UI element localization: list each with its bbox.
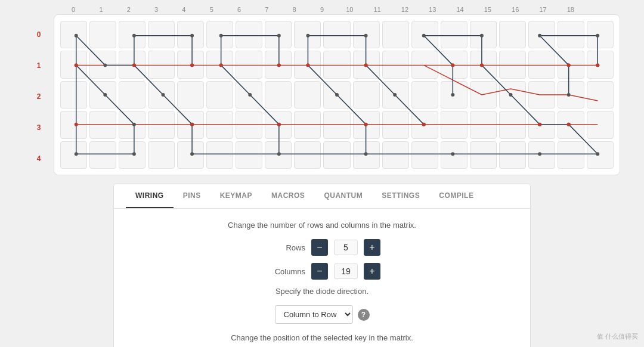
key-cell[interactable] xyxy=(177,21,204,48)
key-cell[interactable] xyxy=(148,21,175,48)
key-cell[interactable] xyxy=(528,81,555,109)
key-cell[interactable] xyxy=(206,81,233,109)
key-cell[interactable] xyxy=(382,51,409,78)
key-cell[interactable] xyxy=(528,21,555,48)
key-cell[interactable] xyxy=(148,141,175,169)
key-cell[interactable] xyxy=(265,141,292,169)
key-cell[interactable] xyxy=(382,111,409,138)
key-cell[interactable] xyxy=(558,141,584,169)
key-cell[interactable] xyxy=(470,111,497,138)
key-cell[interactable] xyxy=(411,51,438,78)
key-cell[interactable] xyxy=(470,21,497,48)
key-cell[interactable] xyxy=(499,81,526,109)
key-cell[interactable] xyxy=(587,111,614,138)
key-cell[interactable] xyxy=(411,111,438,138)
key-cell[interactable] xyxy=(411,141,438,169)
key-cell[interactable] xyxy=(323,141,350,169)
key-cell[interactable] xyxy=(89,111,116,138)
tab-settings[interactable]: SETTINGS xyxy=(372,184,429,208)
key-cell[interactable] xyxy=(206,141,233,169)
key-cell[interactable] xyxy=(119,21,145,48)
key-cell[interactable] xyxy=(499,21,526,48)
tab-wiring[interactable]: WIRING xyxy=(126,184,174,208)
key-cell[interactable] xyxy=(119,111,145,138)
key-cell[interactable] xyxy=(323,111,350,138)
key-cell[interactable] xyxy=(528,111,555,138)
key-cell[interactable] xyxy=(119,51,145,78)
key-cell[interactable] xyxy=(236,81,262,109)
key-cell[interactable] xyxy=(587,141,614,169)
key-cell[interactable] xyxy=(558,81,584,109)
help-icon[interactable]: ? xyxy=(358,309,370,321)
tab-keymap[interactable]: KEYMAP xyxy=(210,184,262,208)
key-cell[interactable] xyxy=(294,21,321,48)
key-cell[interactable] xyxy=(499,111,526,138)
key-cell[interactable] xyxy=(236,21,262,48)
key-cell[interactable] xyxy=(89,81,116,109)
tab-pins[interactable]: PINS xyxy=(174,184,210,208)
key-cell[interactable] xyxy=(528,141,555,169)
key-cell[interactable] xyxy=(587,81,614,109)
key-cell[interactable] xyxy=(499,141,526,169)
key-cell[interactable] xyxy=(353,51,380,78)
cols-decrement-button[interactable]: − xyxy=(311,263,328,280)
key-cell[interactable] xyxy=(558,21,584,48)
key-cell[interactable] xyxy=(441,81,467,109)
rows-value[interactable] xyxy=(334,240,358,255)
key-cell[interactable] xyxy=(60,21,87,48)
key-cell[interactable] xyxy=(470,51,497,78)
key-cell[interactable] xyxy=(265,111,292,138)
key-cell[interactable] xyxy=(177,81,204,109)
key-cell[interactable] xyxy=(177,111,204,138)
key-cell[interactable] xyxy=(294,51,321,78)
key-cell[interactable] xyxy=(148,111,175,138)
key-cell[interactable] xyxy=(177,51,204,78)
key-cell[interactable] xyxy=(353,141,380,169)
key-cell[interactable] xyxy=(441,51,467,78)
rows-decrement-button[interactable]: − xyxy=(311,239,328,256)
key-cell[interactable] xyxy=(382,141,409,169)
cols-value[interactable] xyxy=(334,264,358,279)
key-cell[interactable] xyxy=(441,21,467,48)
key-cell[interactable] xyxy=(587,21,614,48)
key-cell[interactable] xyxy=(294,141,321,169)
key-cell[interactable] xyxy=(558,111,584,138)
key-cell[interactable] xyxy=(60,81,87,109)
key-cell[interactable] xyxy=(89,21,116,48)
key-cell[interactable] xyxy=(558,51,584,78)
key-cell[interactable] xyxy=(411,21,438,48)
key-cell[interactable] xyxy=(206,111,233,138)
key-cell[interactable] xyxy=(265,51,292,78)
key-cell[interactable] xyxy=(528,51,555,78)
key-cell[interactable] xyxy=(323,21,350,48)
key-cell[interactable] xyxy=(499,51,526,78)
key-cell[interactable] xyxy=(265,21,292,48)
key-cell[interactable] xyxy=(323,81,350,109)
tab-macros[interactable]: MACROS xyxy=(262,184,314,208)
tab-quantum[interactable]: QUANTUM xyxy=(314,184,372,208)
key-cell[interactable] xyxy=(382,21,409,48)
key-cell[interactable] xyxy=(119,141,145,169)
key-cell[interactable] xyxy=(206,51,233,78)
key-cell[interactable] xyxy=(353,21,380,48)
key-cell[interactable] xyxy=(587,51,614,78)
key-cell[interactable] xyxy=(353,111,380,138)
key-cell[interactable] xyxy=(236,141,262,169)
key-cell[interactable] xyxy=(265,81,292,109)
key-cell[interactable] xyxy=(119,81,145,109)
key-cell[interactable] xyxy=(441,111,467,138)
key-cell[interactable] xyxy=(60,141,87,169)
key-cell[interactable] xyxy=(382,81,409,109)
key-cell[interactable] xyxy=(236,111,262,138)
key-cell[interactable] xyxy=(60,111,87,138)
key-cell[interactable] xyxy=(148,51,175,78)
key-cell[interactable] xyxy=(470,141,497,169)
key-cell[interactable] xyxy=(206,21,233,48)
key-cell[interactable] xyxy=(148,81,175,109)
key-cell[interactable] xyxy=(236,51,262,78)
key-cell[interactable] xyxy=(353,81,380,109)
key-cell[interactable] xyxy=(323,51,350,78)
cols-increment-button[interactable]: + xyxy=(364,263,380,280)
key-cell[interactable] xyxy=(177,141,204,169)
key-cell[interactable] xyxy=(294,81,321,109)
